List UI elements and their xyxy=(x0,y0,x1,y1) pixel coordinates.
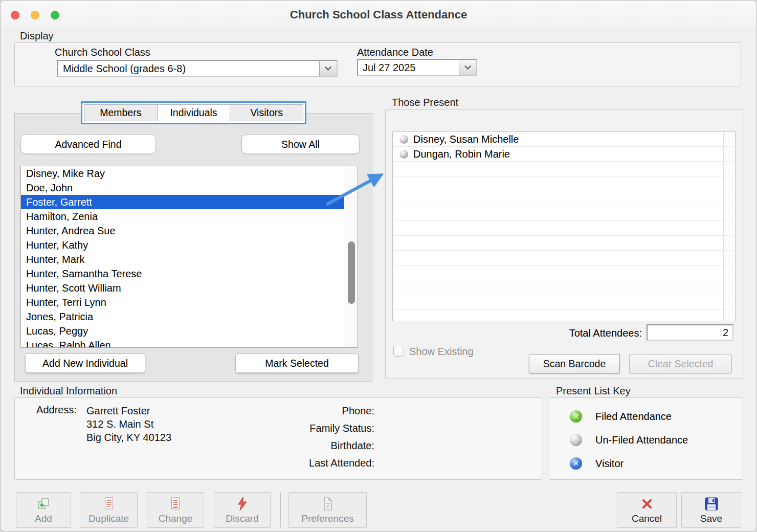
app-window: Church School Class Attendance Display C… xyxy=(0,0,757,532)
minimize-window-button[interactable] xyxy=(31,11,39,19)
individuals-panel: Advanced Find Show All Disney, Mike Ray … xyxy=(14,113,372,382)
unfiled-attendance-label: Un-Filed Attendance xyxy=(595,434,688,446)
present-scrollbar-track[interactable] xyxy=(723,132,735,321)
scan-barcode-button[interactable]: Scan Barcode xyxy=(529,354,620,373)
toolbar-divider xyxy=(280,493,281,527)
unfiled-attendance-icon xyxy=(399,135,408,144)
present-list-key-group-label: Present List Key xyxy=(556,385,631,397)
attendee-name: Dungan, Robin Marie xyxy=(413,148,510,160)
address-line: Garrett Foster xyxy=(86,404,171,417)
individual-list-item[interactable]: Lucas, Ralph Allen xyxy=(21,338,344,348)
class-field-label: Church School Class xyxy=(55,47,150,58)
duplicate-button[interactable]: Duplicate xyxy=(80,492,138,528)
total-attendees-label: Total Attendees: xyxy=(386,327,642,339)
close-window-button[interactable] xyxy=(11,11,19,19)
individual-list-item[interactable]: Disney, Mike Ray xyxy=(21,166,344,181)
date-field-label: Attendance Date xyxy=(357,47,433,58)
address-label: Address: xyxy=(33,404,77,416)
cancel-x-icon xyxy=(641,496,653,512)
discard-button[interactable]: Discard xyxy=(214,492,271,528)
filed-attendance-icon xyxy=(570,410,582,423)
drag-arrow xyxy=(322,163,398,212)
save-floppy-icon xyxy=(705,496,718,512)
tab[interactable]: Members xyxy=(84,104,158,121)
individual-list-item[interactable]: Hunter, Kathy xyxy=(21,238,344,252)
show-existing-label: Show Existing xyxy=(409,346,474,358)
individual-list-item[interactable]: Doe, John xyxy=(21,181,344,195)
attendee-row[interactable]: Disney, Susan Michelle xyxy=(393,132,735,147)
zoom-window-button[interactable] xyxy=(51,11,59,19)
individual-list-item[interactable]: Hunter, Samantha Terese xyxy=(21,267,344,281)
family-status-label: Family Status: xyxy=(221,423,374,440)
add-icon xyxy=(37,496,50,512)
show-all-button[interactable]: Show All xyxy=(241,135,360,154)
those-present-group-label: Those Present xyxy=(392,97,458,108)
individual-list-item[interactable]: Foster, Garrett xyxy=(21,195,344,209)
clear-selected-button[interactable]: Clear Selected xyxy=(629,354,732,373)
change-icon xyxy=(169,496,182,512)
individual-list-item[interactable]: Hunter, Andrea Sue xyxy=(21,224,344,238)
address-line: Big City, KY 40123 xyxy=(86,431,171,444)
individual-list-item[interactable]: Lucas, Peggy xyxy=(21,324,344,338)
individual-information-group: Address: Garrett Foster 312 S. Main St B… xyxy=(14,397,542,480)
total-attendees-value[interactable]: 2 xyxy=(647,324,733,341)
mark-selected-button[interactable]: Mark Selected xyxy=(235,353,359,373)
those-present-list: Disney, Susan Michelle Dungan, Robin Mar… xyxy=(392,131,736,321)
chevron-down-icon xyxy=(459,60,476,75)
visitor-label: Visitor xyxy=(595,458,624,470)
advanced-find-button[interactable]: Advanced Find xyxy=(20,135,156,154)
individual-list-item[interactable]: Hunter, Mark xyxy=(21,252,344,267)
scrollbar-thumb[interactable] xyxy=(348,241,355,304)
show-existing-checkbox[interactable] xyxy=(393,346,404,357)
attendee-row[interactable]: Dungan, Robin Marie xyxy=(393,147,735,162)
titlebar: Church School Class Attendance xyxy=(1,1,756,29)
individual-list-item[interactable]: Hunter, Terri Lynn xyxy=(21,295,344,309)
unfiled-attendance-icon xyxy=(399,150,408,159)
address-line: 312 S. Main St xyxy=(86,417,171,431)
class-dropdown-value: Middle School (grades 6-8) xyxy=(58,63,319,75)
birthdate-label: Birthdate: xyxy=(221,440,374,457)
change-button[interactable]: Change xyxy=(147,492,204,528)
filed-attendance-label: Filed Attendance xyxy=(595,411,672,423)
phone-label: Phone: xyxy=(221,405,374,423)
present-list-key-group: Filed Attendance Un-Filed Attendance Vis… xyxy=(549,397,743,480)
add-button[interactable]: Add xyxy=(16,492,71,528)
individuals-list: Disney, Mike Ray Doe, John Foster, Garre… xyxy=(20,166,358,348)
discard-lightning-icon xyxy=(236,496,249,512)
individual-list-item[interactable]: Hunter, Scott William xyxy=(21,281,344,295)
address-value: Garrett Foster 312 S. Main St Big City, … xyxy=(86,404,171,444)
preferences-icon xyxy=(322,496,334,512)
tab[interactable]: Individuals xyxy=(158,104,231,121)
traffic-lights xyxy=(11,11,59,19)
save-button[interactable]: Save xyxy=(681,492,741,528)
class-dropdown[interactable]: Middle School (grades 6-8) xyxy=(57,60,338,77)
display-group: Church School Class Middle School (grade… xyxy=(14,42,741,86)
attendee-name: Disney, Susan Michelle xyxy=(413,134,519,145)
cancel-button[interactable]: Cancel xyxy=(617,492,677,528)
individual-list-item[interactable]: Hamilton, Zenia xyxy=(21,209,344,224)
individual-info-field-labels: Phone: Family Status: Birthdate: Last At… xyxy=(221,405,374,475)
chevron-down-icon xyxy=(319,61,337,76)
date-dropdown-value: Jul 27 2025 xyxy=(358,62,459,74)
date-dropdown[interactable]: Jul 27 2025 xyxy=(357,59,477,76)
add-new-individual-button[interactable]: Add New Individual xyxy=(25,353,145,373)
display-group-label: Display xyxy=(20,30,54,42)
visitor-icon xyxy=(570,457,582,470)
individual-information-group-label: Individual Information xyxy=(20,385,117,397)
last-attended-label: Last Attended: xyxy=(221,457,374,475)
window-title: Church School Class Attendance xyxy=(290,8,467,21)
duplicate-icon xyxy=(103,496,115,512)
those-present-group: Disney, Susan Michelle Dungan, Robin Mar… xyxy=(385,109,743,379)
unfiled-attendance-icon xyxy=(570,434,582,446)
individual-list-item[interactable]: Jones, Patricia xyxy=(21,309,344,324)
list-type-tabs: Members Individuals Visitors xyxy=(81,101,306,124)
preferences-button[interactable]: Preferences xyxy=(288,492,367,528)
tab[interactable]: Visitors xyxy=(230,104,303,121)
